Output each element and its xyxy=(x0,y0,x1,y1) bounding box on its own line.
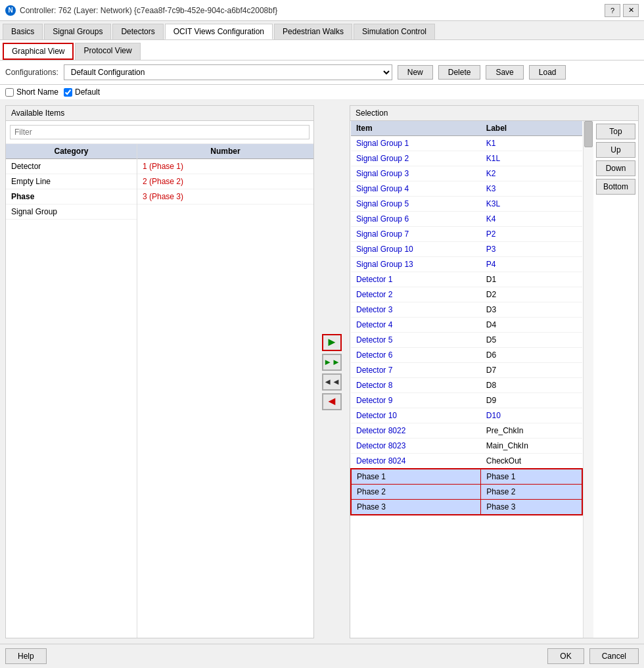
add-all-button[interactable]: ►► xyxy=(322,354,342,371)
tab-ocit-views[interactable]: OCIT Views Configuration xyxy=(165,24,273,39)
cancel-button[interactable]: Cancel xyxy=(589,648,639,664)
table-row[interactable]: Detector 2D2 xyxy=(351,287,582,302)
number-column: Number 1 (Phase 1) 2 (Phase 2) 3 (Phase … xyxy=(137,144,313,638)
default-checkbox[interactable] xyxy=(64,88,72,97)
tab-graphical-view[interactable]: Graphical View xyxy=(3,43,74,60)
tab-basics[interactable]: Basics xyxy=(3,24,43,39)
table-row[interactable]: Signal Group 13P4 xyxy=(351,257,582,272)
table-row[interactable]: Detector 4D4 xyxy=(351,318,582,333)
table-row[interactable]: Phase 1Phase 1 xyxy=(351,469,582,485)
scrollbar-thumb[interactable] xyxy=(584,121,593,147)
table-cell-item: Signal Group 10 xyxy=(351,242,481,257)
help-button[interactable]: Help xyxy=(5,648,47,664)
right-panel-top: Item Label Signal Group 1K1Signal Group … xyxy=(350,121,638,638)
col-header-label: Label xyxy=(481,121,582,136)
save-button[interactable]: Save xyxy=(486,65,523,80)
table-cell-label: Pre_ChkIn xyxy=(481,423,582,439)
category-detector[interactable]: Detector xyxy=(6,159,137,174)
table-row[interactable]: Signal Group 3K2 xyxy=(351,166,582,181)
category-phase[interactable]: Phase xyxy=(6,189,137,204)
table-row[interactable]: Detector 7D7 xyxy=(351,363,582,378)
window-controls: ? ✕ xyxy=(605,4,639,17)
left-panel-content: Category Detector Empty Line Phase Signa… xyxy=(6,144,313,638)
close-window-button[interactable]: ✕ xyxy=(623,4,639,17)
delete-button[interactable]: Delete xyxy=(438,65,481,80)
configurations-select[interactable]: Default Configuration xyxy=(64,64,392,80)
remove-all-button[interactable]: ◄◄ xyxy=(322,373,342,391)
top-button[interactable]: Top xyxy=(596,124,635,139)
table-row[interactable]: Phase 2Phase 2 xyxy=(351,485,582,500)
table-cell-item: Phase 3 xyxy=(351,500,481,515)
table-cell-label: P4 xyxy=(481,257,582,272)
number-item-2[interactable]: 2 (Phase 2) xyxy=(137,174,313,189)
table-row[interactable]: Phase 3Phase 3 xyxy=(351,500,582,515)
table-cell-item: Detector 5 xyxy=(351,333,481,348)
table-row[interactable]: Detector 8024CheckOut xyxy=(351,454,582,469)
table-cell-label: Phase 2 xyxy=(481,485,582,500)
table-row[interactable]: Signal Group 6K4 xyxy=(351,212,582,227)
table-cell-item: Signal Group 6 xyxy=(351,212,481,227)
table-row[interactable]: Signal Group 4K3 xyxy=(351,181,582,197)
table-cell-label: K1 xyxy=(481,136,582,151)
table-row[interactable]: Signal Group 1K1 xyxy=(351,136,582,151)
new-button[interactable]: New xyxy=(398,65,433,80)
category-column: Category Detector Empty Line Phase Signa… xyxy=(6,144,137,638)
table-row[interactable]: Signal Group 10P3 xyxy=(351,242,582,257)
table-row[interactable]: Detector 1D1 xyxy=(351,272,582,287)
default-option[interactable]: Default xyxy=(64,87,100,97)
category-empty-line[interactable]: Empty Line xyxy=(6,174,137,189)
table-row[interactable]: Detector 5D5 xyxy=(351,333,582,348)
filter-input[interactable] xyxy=(10,125,310,139)
table-row[interactable]: Signal Group 2K1L xyxy=(351,151,582,166)
selection-table: Item Label Signal Group 1K1Signal Group … xyxy=(350,121,583,515)
table-cell-item: Detector 8022 xyxy=(351,423,481,439)
tab-protocol-view[interactable]: Protocol View xyxy=(75,43,140,60)
main-tab-bar: Basics Signal Groups Detectors OCIT View… xyxy=(0,21,644,40)
table-row[interactable]: Signal Group 5K3L xyxy=(351,197,582,212)
table-row[interactable]: Detector 6D6 xyxy=(351,348,582,363)
side-buttons: Top Up Down Bottom xyxy=(593,121,638,638)
number-col-header: Number xyxy=(137,144,313,159)
table-cell-label: D2 xyxy=(481,287,582,302)
tab-detectors[interactable]: Detectors xyxy=(112,24,163,39)
scrollbar[interactable] xyxy=(583,121,593,638)
table-cell-item: Signal Group 5 xyxy=(351,197,481,212)
table-cell-label: D3 xyxy=(481,302,582,318)
middle-controls: ► ►► ◄◄ ◄ xyxy=(319,105,344,638)
remove-selected-button[interactable]: ◄ xyxy=(322,393,342,410)
bottom-button[interactable]: Bottom xyxy=(596,179,635,195)
table-row[interactable]: Detector 8023Main_ChkIn xyxy=(351,439,582,454)
table-cell-item: Signal Group 2 xyxy=(351,151,481,166)
table-cell-item: Detector 8 xyxy=(351,378,481,393)
table-row[interactable]: Detector 3D3 xyxy=(351,302,582,318)
help-window-button[interactable]: ? xyxy=(605,4,620,17)
number-item-3[interactable]: 3 (Phase 3) xyxy=(137,189,313,204)
tab-simulation-control[interactable]: Simulation Control xyxy=(354,24,435,39)
table-cell-item: Detector 8024 xyxy=(351,454,481,469)
table-row[interactable]: Detector 8022Pre_ChkIn xyxy=(351,423,582,439)
add-selected-button[interactable]: ► xyxy=(322,334,342,351)
down-button[interactable]: Down xyxy=(596,160,635,176)
table-cell-label: D10 xyxy=(481,408,582,423)
ok-button[interactable]: OK xyxy=(547,648,584,664)
short-name-option[interactable]: Short Name xyxy=(5,87,58,97)
table-cell-label: D8 xyxy=(481,378,582,393)
table-cell-label: K3L xyxy=(481,197,582,212)
short-name-checkbox[interactable] xyxy=(5,88,14,97)
load-button[interactable]: Load xyxy=(529,65,566,80)
tab-pedestrian-walks[interactable]: Pedestrian Walks xyxy=(274,24,352,39)
table-cell-label: P3 xyxy=(481,242,582,257)
number-item-1[interactable]: 1 (Phase 1) xyxy=(137,159,313,174)
category-signal-group[interactable]: Signal Group xyxy=(6,204,137,220)
table-row[interactable]: Signal Group 7P2 xyxy=(351,227,582,242)
table-cell-item: Signal Group 4 xyxy=(351,181,481,197)
table-row[interactable]: Detector 8D8 xyxy=(351,378,582,393)
filter-row xyxy=(6,121,313,144)
table-cell-label: Main_ChkIn xyxy=(481,439,582,454)
tab-signal-groups[interactable]: Signal Groups xyxy=(44,24,111,39)
table-row[interactable]: Detector 10D10 xyxy=(351,408,582,423)
table-cell-item: Detector 7 xyxy=(351,363,481,378)
table-row[interactable]: Detector 9D9 xyxy=(351,393,582,408)
table-cell-item: Detector 6 xyxy=(351,348,481,363)
up-button[interactable]: Up xyxy=(596,142,635,158)
